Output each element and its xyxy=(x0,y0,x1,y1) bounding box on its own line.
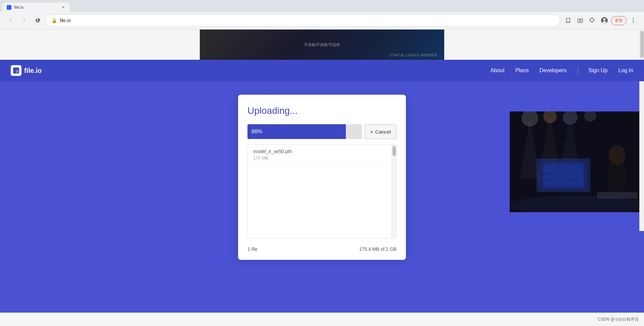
progress-bar-fill: 86% xyxy=(247,124,346,139)
profile-button[interactable] xyxy=(599,15,610,26)
logo-text: file.io xyxy=(24,67,42,75)
nav-link-login[interactable]: Log In xyxy=(618,67,633,74)
upload-dialog: Uploading... 86% × Cancel model_ir_se50.… xyxy=(238,95,406,260)
bottom-bar: CSDN @小白白程序员 xyxy=(0,313,644,326)
attribution-text: CSDN @小白白程序员 xyxy=(598,317,639,322)
scroll-thumb xyxy=(393,146,396,156)
file-size: 175 MB xyxy=(253,155,391,160)
cancel-icon: × xyxy=(370,129,373,135)
address-text: file.io xyxy=(60,18,554,23)
main-area: Uploading... 86% × Cancel model_ir_se50.… xyxy=(0,81,644,313)
nav-links: About Plans Developers Sign Up Log In xyxy=(491,66,633,75)
nav-link-developers[interactable]: Developers xyxy=(540,67,567,74)
page-content: 不含税/不含税/可适用 STAR ALLIANCE MEMBER file.io… xyxy=(0,30,644,326)
browser-chrome: file.io ✕ 🔒 file.io xyxy=(0,0,644,30)
alliance-text: STAR ALLIANCE MEMBER xyxy=(389,53,438,57)
site-nav: file.io About Plans Developers Sign Up L… xyxy=(0,60,644,81)
page-scroll-thumb[interactable] xyxy=(640,31,644,58)
upload-title: Uploading... xyxy=(247,105,397,116)
reload-button[interactable] xyxy=(32,15,43,26)
svg-point-6 xyxy=(633,20,634,21)
ad-text: 不含税/不含税/可适用 xyxy=(304,42,339,47)
ad-banner-inner: 不含税/不含税/可适用 STAR ALLIANCE MEMBER xyxy=(200,30,444,60)
gaming-scene-svg xyxy=(510,111,644,212)
nav-link-plans[interactable]: Plans xyxy=(515,67,529,74)
back-button[interactable] xyxy=(5,15,16,26)
svg-point-21 xyxy=(609,145,626,165)
logo-inner xyxy=(13,67,19,74)
svg-rect-0 xyxy=(578,19,583,22)
nav-link-about[interactable]: About xyxy=(491,67,505,74)
cancel-button[interactable]: × Cancel xyxy=(365,124,397,139)
svg-point-7 xyxy=(633,22,634,23)
ad-banner: 不含税/不含税/可适用 STAR ALLIANCE MEMBER xyxy=(0,30,644,60)
footer-size-info: 175.4 MB of 2 GB xyxy=(359,246,397,252)
menu-button[interactable] xyxy=(628,15,639,26)
site-logo[interactable]: file.io xyxy=(11,65,42,76)
svg-point-3 xyxy=(603,18,606,21)
svg-rect-22 xyxy=(609,164,626,190)
tab-favicon xyxy=(7,5,11,10)
svg-rect-18 xyxy=(543,164,584,187)
file-name: model_ir_se50.pth xyxy=(253,149,391,154)
cancel-label: Cancel xyxy=(375,129,391,135)
nav-link-signup[interactable]: Sign Up xyxy=(589,67,608,74)
address-bar[interactable]: 🔒 file.io xyxy=(46,14,560,27)
browser-toolbar: 🔒 file.io 更新 xyxy=(0,12,644,29)
extensions-button[interactable] xyxy=(587,15,598,26)
file-entry: model_ir_se50.pth 175 MB xyxy=(248,145,396,165)
forward-button[interactable] xyxy=(19,15,30,26)
lock-icon: 🔒 xyxy=(51,18,57,23)
browser-tabs: file.io ✕ xyxy=(0,0,644,12)
logo-icon xyxy=(11,65,21,76)
svg-point-1 xyxy=(580,20,581,21)
progress-bar-container: 86% xyxy=(247,124,362,139)
screenshot-button[interactable] xyxy=(575,15,586,26)
svg-point-5 xyxy=(633,18,634,19)
dialog-footer: 1 file 175.4 MB of 2 GB xyxy=(247,244,397,252)
side-image xyxy=(510,111,644,212)
progress-text: 86% xyxy=(251,129,262,135)
bookmark-button[interactable] xyxy=(563,15,573,26)
gaming-scene xyxy=(510,111,644,212)
footer-file-count: 1 file xyxy=(247,246,258,252)
file-list-scrollbar[interactable] xyxy=(392,145,396,238)
tab-title: file.io xyxy=(14,5,24,10)
tab-close-button[interactable]: ✕ xyxy=(60,5,66,10)
nav-divider xyxy=(578,66,578,75)
toolbar-actions: 更新 xyxy=(563,15,639,26)
file-list-area[interactable]: model_ir_se50.pth 175 MB xyxy=(247,144,397,238)
active-tab[interactable]: file.io ✕ xyxy=(3,3,70,12)
svg-point-4 xyxy=(602,21,606,24)
update-button[interactable]: 更新 xyxy=(611,16,627,25)
progress-row: 86% × Cancel xyxy=(247,124,397,139)
